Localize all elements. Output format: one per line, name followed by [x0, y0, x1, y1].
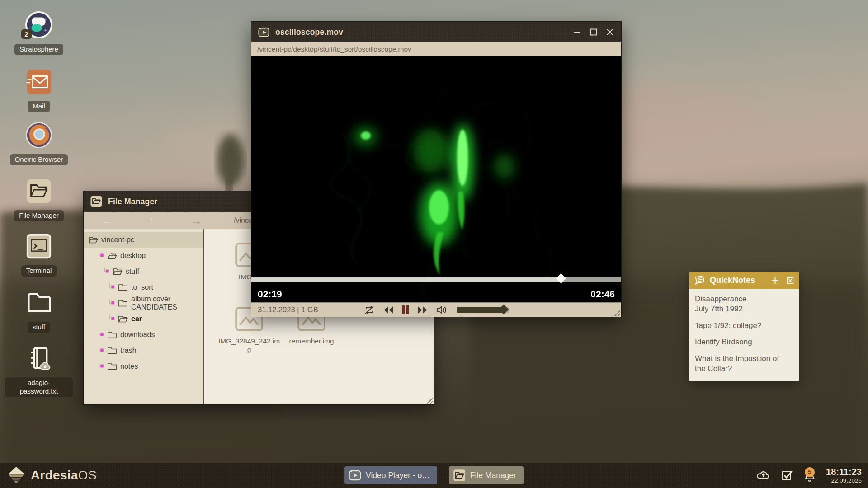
- desktop-icon-stuff[interactable]: stuff: [4, 288, 74, 333]
- video-player-title: oscilloscope.mov: [275, 28, 343, 37]
- desktop-icon-label: Mail: [28, 101, 50, 112]
- quicknotes-title: QuickNotes: [710, 276, 767, 285]
- tree-item-label: desktop: [120, 252, 146, 260]
- minimize-button[interactable]: [572, 27, 582, 37]
- tree-branch-icon: [98, 252, 104, 260]
- desktop-icon-stratosphere[interactable]: 2Stratosphere: [4, 10, 74, 55]
- tree-item-car[interactable]: car: [84, 311, 203, 327]
- desktop-icon-label: File Manager: [14, 210, 64, 221]
- desktop-icon-adagio-password[interactable]: adagio-password.txt: [4, 343, 74, 397]
- tree-item-stuff[interactable]: stuff: [84, 263, 203, 279]
- file-name-label: remember.img: [289, 337, 334, 345]
- desktop: 2StratosphereMailOneiric BrowserFile Man…: [0, 0, 868, 488]
- video-file-meta: 31.12.2023 | 1 GB: [258, 305, 318, 314]
- rewind-button[interactable]: [382, 305, 394, 314]
- volume-fill: [457, 307, 503, 313]
- os-name: ArdesiaOS: [31, 468, 97, 483]
- tree-item-label: vincent-pc: [101, 236, 134, 244]
- quicknotes-body: Disaapperance July 7tth 1992Tape 1/92: c…: [689, 289, 799, 381]
- adagio-password-icon: [24, 343, 54, 373]
- cloud-sync-icon[interactable]: [756, 470, 771, 480]
- seek-bar[interactable]: [251, 277, 621, 282]
- folder-open-icon: [113, 267, 123, 276]
- back-button[interactable]: ←: [97, 214, 115, 227]
- tree-item-downloads[interactable]: downloads: [84, 327, 203, 343]
- resize-grip[interactable]: [613, 309, 620, 316]
- file-name-label: IMG_32849_242.img: [217, 337, 281, 354]
- video-player-titlebar[interactable]: oscilloscope.mov: [251, 22, 621, 42]
- up-button[interactable]: ↑: [142, 214, 160, 227]
- desktop-icon-oneiric-browser[interactable]: Oneiric Browser: [4, 120, 74, 165]
- clock-date: 22.09.2026: [826, 477, 862, 484]
- taskbar-task-folder[interactable]: File Manager: [449, 466, 524, 484]
- tree-item-label: album cover CANDIDATES: [131, 295, 203, 311]
- video-file-path: /vincent-pc/desktop/stuff/to_sort/oscill…: [257, 45, 411, 53]
- folder-icon: [107, 331, 117, 339]
- tree-item-desktop[interactable]: desktop: [84, 248, 203, 263]
- ardesia-logo-icon: [7, 467, 25, 484]
- note-item[interactable]: Identify Birdsong: [695, 337, 793, 347]
- tree-item-trash[interactable]: trash: [84, 343, 203, 358]
- folder-open-icon: [118, 315, 128, 323]
- desktop-icon-mail[interactable]: Mail: [4, 67, 74, 112]
- note-item[interactable]: Disaapperance July 7tth 1992: [695, 294, 793, 314]
- folder-open-icon: [107, 252, 117, 260]
- tree-branch-icon: [98, 347, 104, 355]
- tasks-done-icon[interactable]: [781, 469, 793, 481]
- oneiric-browser-icon: [24, 120, 54, 150]
- os-logo[interactable]: ArdesiaOS: [0, 467, 97, 484]
- time-total: 02:46: [590, 289, 615, 300]
- add-note-button[interactable]: [771, 276, 779, 285]
- desktop-icon-file-manager[interactable]: File Manager: [4, 176, 74, 221]
- volume-slider[interactable]: [457, 307, 509, 313]
- quicknotes-header[interactable]: QuickNotes: [689, 272, 799, 289]
- desktop-icon-label: Stratosphere: [14, 44, 63, 55]
- tree-branch-icon: [108, 283, 115, 291]
- pause-button[interactable]: [401, 305, 410, 315]
- time-elapsed: 02:19: [258, 289, 282, 300]
- video-player-app-icon: [258, 26, 270, 38]
- desktop-icon-label: adagio-password.txt: [5, 377, 73, 397]
- clock: 18:11:23 22.09.2026: [826, 467, 862, 484]
- folder-icon: [118, 299, 128, 307]
- task-label: File Manager: [470, 471, 516, 480]
- task-label: Video Player - o…: [366, 471, 430, 480]
- note-item[interactable]: Tape 1/92: collage?: [695, 321, 793, 331]
- folder-tree: vincent-pcdesktopstuffto_sortalbum cover…: [84, 229, 204, 404]
- delete-note-button[interactable]: [786, 276, 795, 285]
- tree-item-album-cover-candidates[interactable]: album cover CANDIDATES: [84, 295, 203, 311]
- taskbar-task-video[interactable]: Video Player - o…: [344, 466, 437, 484]
- fast-forward-button[interactable]: [417, 305, 429, 314]
- desktop-icon-terminal[interactable]: Terminal: [4, 231, 74, 277]
- video-path-bar: /vincent-pc/desktop/stuff/to_sort/oscill…: [251, 42, 621, 56]
- seek-bar-played: [251, 277, 561, 282]
- stratosphere-icon: 2: [24, 10, 54, 40]
- notification-badge: 5: [805, 467, 815, 477]
- mail-icon: [24, 67, 54, 97]
- maximize-button[interactable]: [589, 27, 599, 37]
- tree-branch-icon: [98, 362, 104, 371]
- clock-time: 18:11:23: [826, 467, 862, 477]
- tree-item-notes[interactable]: notes: [84, 358, 203, 374]
- forward-button[interactable]: →: [188, 214, 206, 227]
- video-controls-bar: 31.12.2023 | 1 GB: [251, 302, 621, 317]
- taskbar: ArdesiaOS Video Player - o…File Manager …: [0, 463, 868, 488]
- terminal-icon: [24, 231, 54, 261]
- tree-item-label: stuff: [126, 267, 139, 276]
- volume-icon[interactable]: [436, 305, 448, 315]
- volume-handle[interactable]: [499, 305, 509, 315]
- tree-item-label: downloads: [120, 331, 155, 339]
- tree-item-to_sort[interactable]: to_sort: [84, 279, 203, 295]
- video-task-icon: [348, 469, 362, 482]
- video-canvas[interactable]: 02:19 02:46: [251, 56, 621, 302]
- tree-item-vincent-pc[interactable]: vincent-pc: [84, 232, 203, 248]
- note-item[interactable]: What is the Imposition of the Collar?: [695, 354, 793, 374]
- desktop-icon-label: Oneiric Browser: [10, 154, 68, 165]
- close-button[interactable]: [605, 27, 615, 37]
- file-manager-title: File Manager: [108, 197, 157, 206]
- notifications-bell-icon[interactable]: 5: [803, 469, 816, 482]
- repeat-off-icon[interactable]: [363, 305, 375, 315]
- tree-branch-icon: [98, 331, 104, 339]
- tree-branch-icon: [108, 299, 115, 307]
- tree-item-label: trash: [120, 347, 137, 355]
